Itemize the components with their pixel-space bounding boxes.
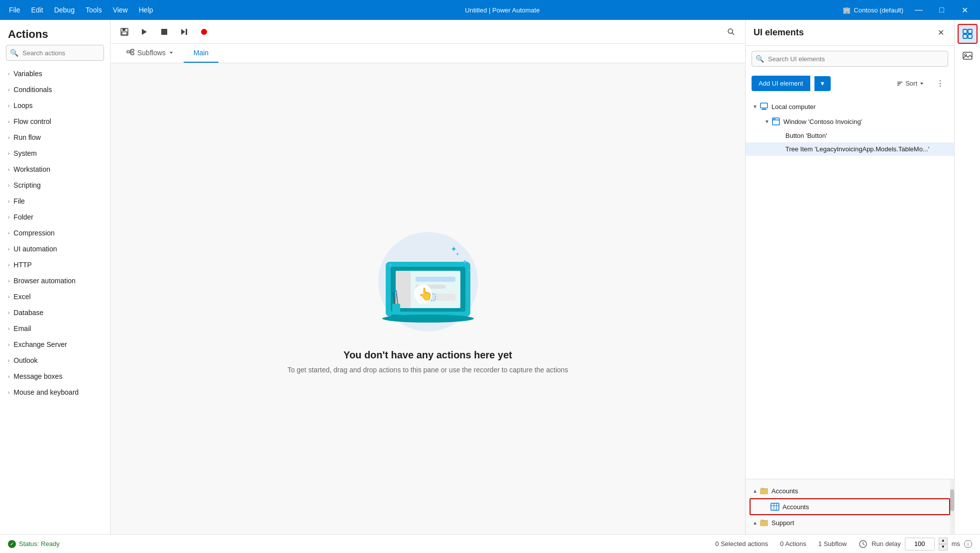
minimize-button[interactable]: — <box>907 0 930 20</box>
action-item-ui-automation[interactable]: › UI automation <box>0 241 110 257</box>
window-controls: — □ ✕ <box>907 0 976 20</box>
status-bar: Status: Ready 0 Selected actions 0 Actio… <box>0 534 980 553</box>
menu-view[interactable]: View <box>108 4 133 16</box>
chevron-icon: › <box>8 215 9 220</box>
chevron-icon: › <box>8 278 9 284</box>
action-item-workstation[interactable]: › Workstation <box>0 161 110 177</box>
action-item-run-flow[interactable]: › Run flow <box>0 129 110 145</box>
svg-rect-55 <box>963 34 967 38</box>
action-item-exchange[interactable]: › Exchange Server <box>0 336 110 352</box>
svg-line-14 <box>130 52 131 54</box>
main-tab-label: Main <box>194 49 209 57</box>
svg-point-8 <box>728 29 733 33</box>
step-button[interactable] <box>176 24 192 40</box>
chevron-icon: › <box>8 342 9 347</box>
action-label: Variables <box>13 70 42 78</box>
action-item-flow-control[interactable]: › Flow control <box>0 113 110 129</box>
svg-rect-11 <box>131 49 134 51</box>
subflows-tab-label: Subflows <box>137 49 166 57</box>
action-item-scripting[interactable]: › Scripting <box>0 177 110 193</box>
spinner-up-button[interactable]: ▲ <box>939 538 948 544</box>
menu-bar: File Edit Debug Tools View Help <box>0 4 162 16</box>
action-item-folder[interactable]: › Folder <box>0 209 110 225</box>
close-button[interactable]: ✕ <box>953 0 976 20</box>
svg-text:👆: 👆 <box>418 287 433 301</box>
run-delay-input[interactable] <box>905 538 935 551</box>
tree-item-button[interactable]: Button 'Button' <box>746 129 954 142</box>
ui-panel-header: UI elements ✕ <box>746 20 954 46</box>
action-item-browser-automation[interactable]: › Browser automation <box>0 273 110 289</box>
tab-subflows[interactable]: Subflows <box>116 44 184 63</box>
subflow-count: 1 Subflow <box>818 540 847 548</box>
accounts-area: ▴ Accounts <box>746 479 954 534</box>
action-item-message-boxes[interactable]: › Message boxes <box>0 368 110 384</box>
sort-button[interactable]: Sort <box>892 77 928 90</box>
ui-elements-icon-button[interactable] <box>958 24 978 44</box>
ui-actions-bar: Add UI element ▼ Sort ⋮ <box>746 72 954 95</box>
menu-debug[interactable]: Debug <box>49 4 80 16</box>
play-button[interactable] <box>136 24 152 40</box>
chevron-icon: › <box>8 151 9 156</box>
scrollbar-thumb[interactable] <box>950 489 954 511</box>
action-item-conditionals[interactable]: › Conditionals <box>0 82 110 98</box>
action-label: Run flow <box>13 133 40 141</box>
menu-file[interactable]: File <box>4 4 25 16</box>
menu-tools[interactable]: Tools <box>81 4 107 16</box>
action-item-database[interactable]: › Database <box>0 305 110 321</box>
ui-search-input[interactable] <box>752 51 948 67</box>
action-item-excel[interactable]: › Excel <box>0 289 110 305</box>
scrollbar-track[interactable] <box>950 479 954 534</box>
empty-state-subtitle: To get started, drag and drop actions to… <box>287 365 568 375</box>
collapse-icon: ▾ <box>754 103 757 110</box>
images-icon-button[interactable] <box>958 46 978 66</box>
tab-main[interactable]: Main <box>184 44 218 63</box>
more-options-button[interactable]: ⋮ <box>932 77 948 90</box>
svg-rect-27 <box>391 315 401 317</box>
menu-edit[interactable]: Edit <box>26 4 48 16</box>
ui-panel-close-button[interactable]: ✕ <box>936 26 946 39</box>
svg-marker-3 <box>142 29 147 35</box>
record-button[interactable] <box>196 24 212 40</box>
tree-item-accounts-table[interactable]: Accounts <box>751 499 949 514</box>
empty-state-text: You don't have any actions here yet To g… <box>287 349 568 375</box>
action-item-loops[interactable]: › Loops <box>0 98 110 113</box>
add-ui-element-dropdown[interactable]: ▼ <box>814 76 831 91</box>
add-ui-element-button[interactable]: Add UI element <box>752 76 810 91</box>
chevron-icon: › <box>8 390 9 395</box>
save-button[interactable] <box>116 24 132 40</box>
search-input[interactable] <box>6 45 104 61</box>
action-item-outlook[interactable]: › Outlook <box>0 352 110 368</box>
svg-line-13 <box>130 50 131 52</box>
search-flow-button[interactable] <box>723 24 739 40</box>
accounts-table-icon <box>770 502 779 511</box>
action-label: Scripting <box>13 181 40 189</box>
action-item-compression[interactable]: › Compression <box>0 225 110 241</box>
action-item-file[interactable]: › File <box>0 193 110 209</box>
action-item-system[interactable]: › System <box>0 145 110 161</box>
maximize-button[interactable]: □ <box>930 0 953 20</box>
tree-item-support-folder[interactable]: ▴ Support <box>746 515 954 530</box>
ui-search-container: 🔍 <box>752 51 948 67</box>
run-delay-info-icon[interactable]: i <box>964 540 972 548</box>
stop-button[interactable] <box>156 24 172 40</box>
action-label: Browser automation <box>13 277 76 285</box>
action-item-http[interactable]: › HTTP <box>0 257 110 273</box>
action-item-email[interactable]: › Email <box>0 321 110 336</box>
run-delay-label: Run delay <box>871 540 901 548</box>
action-label: Loops <box>13 102 32 110</box>
empty-state-illustration: 👆 ✦ ✦ ✦ ✦ ✦ <box>358 222 498 341</box>
menu-help[interactable]: Help <box>134 4 158 16</box>
account-button[interactable]: 🏢 Contoso (default) <box>843 6 903 14</box>
svg-rect-10 <box>127 51 130 53</box>
tree-item-accounts-folder[interactable]: ▴ Accounts <box>746 483 954 498</box>
chevron-icon: › <box>8 262 9 268</box>
tree-item-local-computer[interactable]: ▾ Local computer <box>746 99 954 114</box>
actions-search-container: 🔍 <box>6 45 104 61</box>
action-item-mouse-keyboard[interactable]: › Mouse and keyboard <box>0 384 110 400</box>
spinner-down-button[interactable]: ▼ <box>939 544 948 551</box>
action-label: Compression <box>13 229 54 237</box>
tree-item-window[interactable]: ▾ Window 'Contoso Invoicing' <box>746 114 954 129</box>
tree-item-tree-item[interactable]: Tree Item 'LegacyInvoicingApp.Models.Tab… <box>746 142 954 156</box>
support-folder-icon <box>760 518 768 527</box>
action-item-variables[interactable]: › Variables <box>0 66 110 82</box>
